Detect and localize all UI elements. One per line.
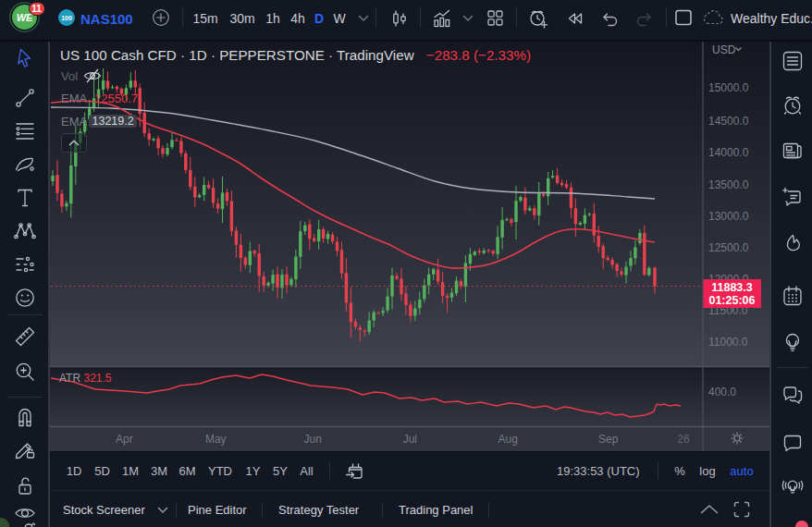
svg-text:400.0: 400.0 (708, 386, 736, 398)
svg-text:11883.3: 11883.3 (711, 281, 753, 294)
svg-text:11000.0: 11000.0 (708, 336, 748, 349)
svg-text:Aug: Aug (498, 433, 518, 446)
svg-text:Sep: Sep (598, 433, 619, 446)
svg-text:26: 26 (677, 433, 690, 446)
svg-text:14000.0: 14000.0 (708, 146, 749, 159)
svg-text:USD: USD (712, 43, 736, 56)
svg-text:14500.0: 14500.0 (708, 115, 749, 128)
svg-text:Jul: Jul (403, 433, 417, 446)
svg-text:Jun: Jun (304, 433, 322, 446)
svg-text:May: May (205, 433, 227, 446)
svg-text:Apr: Apr (116, 433, 133, 446)
svg-text:12500.0: 12500.0 (708, 241, 749, 254)
svg-text:15000.0: 15000.0 (708, 81, 749, 94)
svg-text:ATR 321.5: ATR 321.5 (59, 372, 112, 385)
svg-text:01:25:06: 01:25:06 (708, 294, 755, 307)
svg-text:13500.0: 13500.0 (708, 178, 749, 191)
svg-text:13000.0: 13000.0 (708, 210, 749, 223)
